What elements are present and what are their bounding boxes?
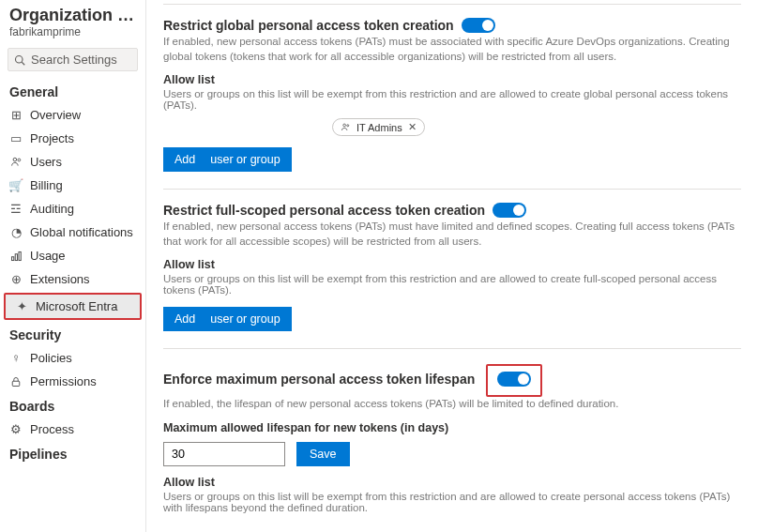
allow-list-title: Allow list [163, 476, 741, 489]
sidebar-item-permissions[interactable]: Permissions [0, 370, 145, 393]
group-boards: Boards [0, 393, 145, 418]
svg-rect-4 [12, 256, 14, 260]
svg-rect-5 [15, 253, 17, 260]
policies-icon: ♀ [9, 352, 23, 365]
svg-point-3 [17, 159, 20, 161]
sidebar-item-overview[interactable]: ⊞Overview [0, 103, 145, 127]
entra-icon: ✦ [15, 300, 28, 313]
sidebar-item-users[interactable]: Users [0, 150, 145, 174]
highlight-toggle [486, 364, 542, 397]
svg-point-8 [343, 124, 346, 127]
allow-list-desc: Users or groups on this list will be exe… [163, 88, 741, 111]
svg-rect-6 [19, 251, 21, 260]
sidebar-item-policies[interactable]: ♀Policies [0, 346, 145, 370]
allow-list-title: Allow list [163, 258, 741, 271]
grid-icon: ⊞ [9, 109, 23, 122]
search-input[interactable]: Search Settings [8, 48, 138, 71]
svg-point-9 [347, 125, 349, 127]
allow-list-chip[interactable]: IT Admins ✕ [332, 118, 425, 136]
sidebar-item-global-notifications[interactable]: ◔Global notifications [0, 220, 145, 244]
auditing-icon: ☲ [9, 203, 23, 216]
group-pipelines: Pipelines [0, 441, 145, 465]
section-desc: If enabled, new personal access tokens (… [163, 220, 741, 249]
billing-icon: 🛒 [9, 179, 23, 192]
toggle-restrict-global[interactable] [462, 18, 495, 33]
sidebar-item-auditing[interactable]: ☲Auditing [0, 197, 145, 220]
users-icon [9, 156, 23, 169]
process-icon: ⚙ [9, 423, 23, 436]
search-icon [14, 54, 25, 66]
section-title: Restrict full-scoped personal access tok… [163, 203, 485, 218]
group-general: General [0, 79, 145, 103]
section-desc: If enabled, new personal access tokens (… [163, 35, 741, 64]
group-security: Security [0, 322, 145, 346]
projects-icon: ▭ [9, 132, 23, 145]
permissions-icon [9, 375, 23, 388]
lifespan-input[interactable] [163, 442, 285, 466]
sidebar-item-extensions[interactable]: ⊕Extensions [0, 267, 145, 291]
sidebar-item-projects[interactable]: ▭Projects [0, 127, 145, 150]
svg-line-1 [22, 62, 24, 65]
allow-list-desc: Users or groups on this list will be exe… [163, 273, 741, 296]
sidebar-item-process[interactable]: ⚙Process [0, 418, 145, 441]
org-name: fabrikamprime [0, 25, 145, 44]
group-icon [341, 122, 351, 132]
section-desc: If enabled, the lifespan of new personal… [163, 397, 741, 412]
sidebar: Organization S… fabrikamprime Search Set… [0, 0, 146, 532]
allow-list-title: Allow list [163, 73, 741, 86]
add-user-button[interactable]: Add user or group [163, 307, 292, 331]
sidebar-item-microsoft-entra[interactable]: ✦Microsoft Entra [6, 295, 140, 318]
svg-point-0 [16, 55, 23, 63]
allow-list-desc: Users or groups on this list will be exe… [163, 491, 741, 513]
section-title: Restrict global personal access token cr… [163, 18, 454, 33]
content-pane: Restrict global personal access token cr… [146, 0, 758, 532]
add-user-button[interactable]: Add user or group [163, 147, 292, 172]
sidebar-item-usage[interactable]: Usage [0, 244, 145, 267]
search-placeholder: Search Settings [31, 53, 117, 67]
lifespan-field-label: Maximum allowed lifespan for new tokens … [163, 421, 741, 434]
sidebar-item-billing[interactable]: 🛒Billing [0, 174, 145, 197]
svg-rect-7 [12, 381, 20, 386]
section-title: Enforce maximum personal access token li… [163, 372, 475, 387]
save-button[interactable]: Save [296, 442, 350, 466]
highlight-entra: ✦Microsoft Entra [4, 293, 142, 320]
page-title: Organization S… [0, 4, 145, 25]
toggle-restrict-scoped[interactable] [493, 203, 526, 218]
bell-icon: ◔ [9, 226, 23, 239]
extensions-icon: ⊕ [9, 273, 23, 286]
section-lifespan: Enforce maximum personal access token li… [163, 348, 741, 513]
toggle-lifespan[interactable] [497, 372, 531, 387]
usage-icon [9, 250, 23, 263]
svg-point-2 [13, 158, 17, 161]
section-restrict-global: Restrict global personal access token cr… [163, 4, 741, 172]
close-icon[interactable]: ✕ [408, 121, 417, 133]
section-restrict-scoped: Restrict full-scoped personal access tok… [163, 189, 741, 331]
